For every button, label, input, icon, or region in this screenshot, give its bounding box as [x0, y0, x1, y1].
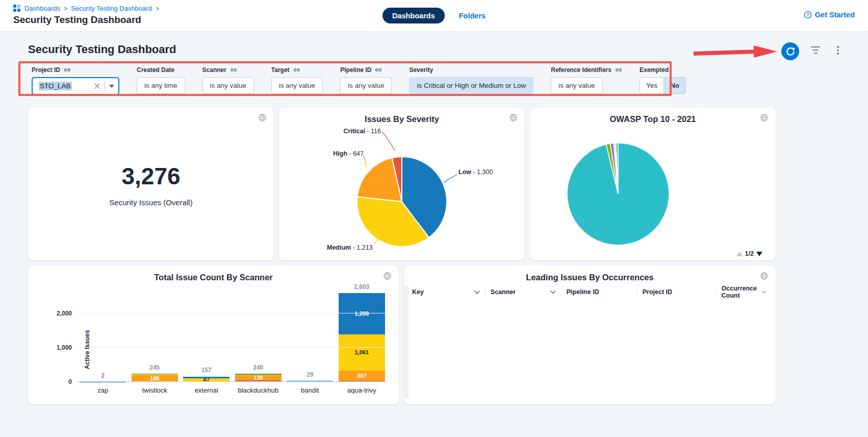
filter-bar: Project ID STO_LAB Created Date is any t… — [32, 66, 686, 95]
severity-pie-chart — [279, 107, 525, 260]
x-axis-label: aqua-trivy — [336, 386, 388, 394]
table-scrollbar-track[interactable] — [404, 286, 409, 399]
x-axis-label: twistlock — [129, 386, 181, 394]
created-date-filter[interactable]: is any time — [137, 77, 185, 94]
bar-stack[interactable]: 3071,0611,208 — [339, 293, 385, 382]
link-icon — [230, 66, 237, 74]
globe-icon[interactable] — [760, 272, 769, 282]
bar-total-label: 29 — [284, 371, 336, 378]
pie-label-low: Low - 1,300 — [458, 168, 493, 176]
table-header-project-id[interactable]: Project ID — [637, 287, 716, 297]
dashboard-title: Security Testing Dashboard — [28, 43, 176, 56]
close-icon[interactable] — [94, 83, 100, 89]
get-started-link[interactable]: ? Get Started — [804, 11, 855, 19]
tile-leading-issues-by-occurrences: Leading Issues By Occurrences Key Scanne… — [404, 265, 776, 404]
globe-icon[interactable] — [258, 113, 267, 124]
bar-segment-label: 1,208 — [339, 311, 385, 317]
page-up-icon[interactable] — [736, 252, 743, 256]
table-header-pipeline-id[interactable]: Pipeline ID — [561, 287, 637, 297]
breadcrumb-current[interactable]: Security Testing Dashboard — [71, 5, 152, 12]
link-icon — [293, 66, 300, 74]
pie-slice[interactable] — [567, 143, 669, 245]
filter-label: Project ID — [32, 66, 60, 74]
chevron-down-icon — [762, 290, 765, 294]
dashboard-filter-icon[interactable] — [810, 46, 821, 56]
tile-security-issues-overall: 3,276 Security Issues (Overall) — [28, 107, 274, 260]
leader-line — [443, 175, 457, 183]
pie-pagination: 1/2 — [736, 250, 762, 257]
refresh-button[interactable] — [781, 42, 799, 60]
link-icon — [615, 66, 622, 74]
bar-segment[interactable]: 138 — [235, 375, 282, 380]
globe-icon[interactable] — [383, 272, 392, 282]
reference-identifiers-filter[interactable]: is any value — [551, 77, 602, 94]
bar-stack[interactable]: 188 — [132, 374, 178, 382]
bar-segment[interactable] — [132, 374, 178, 375]
project-id-input[interactable]: STO_LAB — [32, 77, 119, 95]
bar-segment[interactable] — [235, 375, 282, 376]
link-icon — [64, 66, 71, 74]
bar-segment[interactable]: 1,061 — [339, 334, 385, 371]
bar-segment[interactable]: 1,208 — [339, 293, 385, 334]
chevron-down-icon[interactable] — [109, 85, 114, 88]
link-icon — [375, 66, 382, 74]
pie-label-high: High - 647 — [333, 150, 364, 157]
filter-reference-identifiers: Reference Identifiers is any value — [551, 66, 622, 94]
pie-label-medium: Medium - 1,213 — [327, 244, 373, 251]
exempted-no-option[interactable]: No — [663, 77, 686, 94]
filter-label: Target — [271, 66, 290, 74]
breadcrumb-separator: > — [64, 5, 67, 12]
tab-folders[interactable]: Folders — [459, 12, 486, 20]
bar-blackduckhub: 138240blackduckhub — [233, 289, 285, 382]
gridline — [77, 313, 388, 313]
bar-segment[interactable] — [132, 374, 178, 375]
bar-segment-label: 1,061 — [339, 350, 385, 355]
bar-aqua-trivy: 3071,0611,2082,603aqua-trivy — [336, 289, 388, 382]
bar-external: 87157external — [181, 289, 233, 382]
x-axis-label: zap — [77, 386, 129, 394]
kebab-menu-icon[interactable] — [835, 46, 841, 56]
filter-project-id: Project ID STO_LAB — [32, 66, 119, 95]
filter-scanner: Scanner is any value — [202, 66, 254, 94]
table-header-key[interactable]: Key — [410, 287, 485, 297]
filter-exempted: Exempted Yes No — [640, 66, 686, 94]
page-down-icon[interactable] — [756, 252, 762, 256]
filter-pipeline-id: Pipeline ID is any value — [340, 66, 392, 94]
target-filter[interactable]: is any value — [271, 77, 323, 94]
bar-total-label: 157 — [181, 367, 233, 374]
bar-segment-label: 188 — [132, 376, 178, 381]
gridline — [77, 381, 388, 382]
bar-segment[interactable]: 307 — [339, 371, 385, 381]
bar-segment[interactable] — [235, 374, 282, 375]
table-header-occurrence-count[interactable]: Occurrence Count — [716, 287, 771, 297]
dashboards-grid-icon[interactable] — [13, 5, 21, 12]
bar-total-label: 240 — [233, 364, 285, 371]
filter-label: Severity — [409, 66, 433, 74]
filter-label: Reference Identifiers — [551, 66, 611, 74]
annotation-arrow — [691, 45, 780, 58]
x-axis-label: bandit — [284, 386, 336, 394]
y-tick-label: 1,000 — [41, 344, 72, 351]
filter-label: Exempted — [640, 66, 669, 74]
overall-count-label: Security Issues (Overall) — [28, 198, 274, 207]
breadcrumb-dashboards[interactable]: Dashboards — [24, 5, 60, 12]
overall-count: 3,276 — [28, 162, 274, 190]
bar-segment[interactable] — [183, 377, 229, 379]
bar-segment-label: 307 — [339, 373, 385, 378]
filter-created-date: Created Date is any time — [137, 66, 185, 94]
bar-segment[interactable]: 188 — [132, 375, 178, 382]
leader-line — [382, 132, 395, 151]
filter-label: Pipeline ID — [340, 66, 371, 74]
table-header-scanner[interactable]: Scanner — [485, 287, 561, 297]
project-id-value: STO_LAB — [39, 82, 72, 90]
severity-filter[interactable]: is Critical or High or Medium or Low — [409, 77, 533, 94]
leader-line — [364, 155, 366, 167]
pipeline-id-filter[interactable]: is any value — [340, 77, 392, 94]
tab-dashboards[interactable]: Dashboards — [382, 8, 445, 23]
table-body-empty — [410, 299, 771, 399]
scanner-filter[interactable]: is any value — [202, 77, 254, 94]
bar-stack[interactable]: 138 — [235, 374, 282, 382]
table-title: Leading Issues By Occurrences — [404, 273, 776, 282]
exempted-yes-option[interactable]: Yes — [640, 77, 663, 94]
page-title: Security Testing Dashboard — [13, 14, 141, 26]
